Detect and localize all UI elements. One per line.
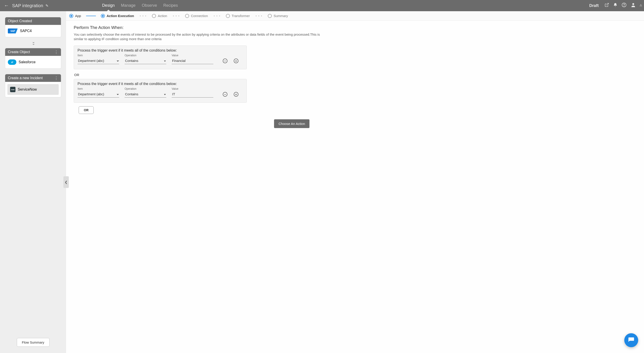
card-title: Create a new Incident — [8, 76, 43, 80]
step-app[interactable]: App — [69, 14, 81, 18]
bell-icon[interactable] — [613, 3, 618, 9]
section-title: Perform The Action When: — [74, 25, 636, 30]
step-summary[interactable]: Summary — [268, 14, 288, 18]
salesforce-logo-icon: sf — [8, 60, 16, 65]
section-description: You can selectively choose the events of… — [74, 32, 325, 42]
help-icon[interactable] — [622, 3, 626, 9]
condition-block-title: Process the trigger event if it meets al… — [78, 82, 243, 86]
back-arrow-icon[interactable]: ← — [4, 3, 9, 9]
sap-logo-icon: SAP — [8, 29, 18, 34]
open-external-icon[interactable] — [604, 3, 609, 9]
top-bar: ← SAP integration ✎ Design Manage Observ… — [0, 0, 644, 11]
condition-block-2: Process the trigger event if it meets al… — [74, 79, 247, 103]
kebab-icon[interactable]: ⋮ — [54, 51, 58, 53]
tab-manage[interactable]: Manage — [121, 3, 136, 8]
main-tabs: Design Manage Observe Recipes — [102, 3, 178, 8]
remove-condition-icon[interactable]: − — [223, 59, 228, 63]
svg-point-2 — [624, 6, 624, 6]
page-title: SAP integration — [12, 3, 43, 8]
card-app-label: Salesforce — [18, 60, 36, 64]
item-label: Item — [78, 87, 119, 90]
card-app-label: SAPC4 — [20, 29, 32, 33]
remove-condition-icon[interactable]: − — [223, 92, 228, 97]
edit-icon[interactable]: ✎ — [46, 4, 48, 8]
value-label: Value — [172, 87, 213, 90]
sidebar: Object Created SAP SAPC4 ⌄⌄ Create Objec… — [0, 11, 66, 353]
item-label: Item — [78, 54, 119, 57]
add-condition-icon[interactable]: + — [234, 59, 238, 63]
step-transformer[interactable]: Transformer — [226, 14, 250, 18]
status-badge: Draft — [589, 3, 599, 8]
card-title: Object Created — [8, 19, 32, 23]
kebab-icon[interactable]: ⋮ — [54, 77, 58, 79]
value-label: Value — [172, 54, 213, 57]
step-connection[interactable]: Connection — [185, 14, 208, 18]
tab-recipes[interactable]: Recipes — [163, 3, 178, 8]
chat-icon[interactable] — [624, 333, 638, 347]
flow-arrow-icon: ⌄⌄ — [5, 41, 61, 44]
operation-label: Operation — [124, 54, 166, 57]
value-input[interactable] — [172, 91, 213, 98]
step-action[interactable]: Action — [152, 14, 167, 18]
or-button[interactable]: OR — [79, 106, 94, 114]
svg-line-0 — [606, 3, 608, 6]
add-condition-icon[interactable]: + — [234, 92, 238, 97]
tab-design[interactable]: Design — [102, 3, 115, 8]
item-select[interactable]: Department (abc) — [78, 57, 119, 64]
servicenow-logo-icon: now — [10, 87, 16, 92]
user-avatar-icon[interactable]: ⚠ — [630, 2, 640, 9]
operation-select[interactable]: Contains — [124, 57, 166, 64]
svg-point-3 — [632, 3, 634, 5]
operation-select[interactable]: Contains — [124, 91, 166, 98]
sidebar-card-object-created[interactable]: Object Created SAP SAPC4 — [5, 17, 61, 37]
or-separator: OR — [74, 73, 636, 77]
choose-action-button[interactable]: Choose An Action — [274, 119, 310, 128]
condition-block-title: Process the trigger event if it meets al… — [78, 49, 243, 53]
flow-summary-button[interactable]: Flow Summary — [16, 338, 49, 347]
value-input[interactable] — [172, 57, 213, 64]
warning-icon: ⚠ — [640, 4, 642, 7]
main-pane: App Action Execution Action Connection T… — [66, 11, 644, 353]
item-select[interactable]: Department (abc) — [78, 91, 119, 98]
condition-block-1: Process the trigger event if it meets al… — [74, 46, 247, 69]
card-app-label: ServiceNow — [18, 88, 37, 92]
stepper: App Action Execution Action Connection T… — [66, 11, 644, 21]
card-title: Create Object — [8, 50, 30, 54]
collapse-sidebar-icon[interactable]: ❮ — [64, 176, 69, 188]
sidebar-card-create-object[interactable]: Create Object ⋮ sf Salesforce — [5, 48, 61, 69]
sidebar-card-create-incident[interactable]: Create a new Incident ⋮ now ServiceNow — [5, 74, 61, 97]
step-action-execution[interactable]: Action Execution — [101, 14, 134, 18]
operation-label: Operation — [124, 87, 166, 90]
tab-observe[interactable]: Observe — [142, 3, 157, 8]
